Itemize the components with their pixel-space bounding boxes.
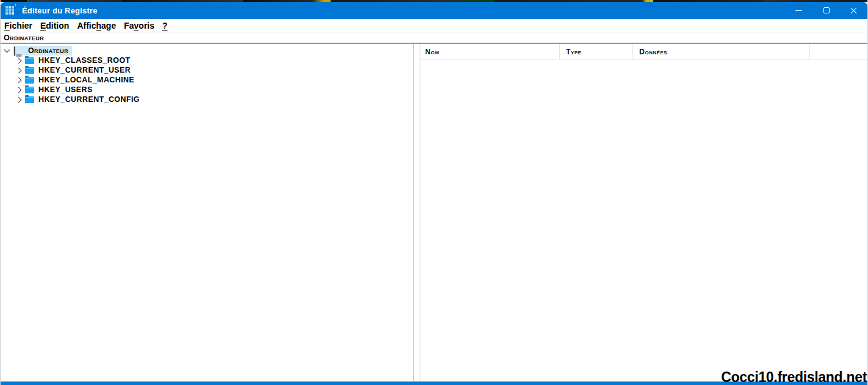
chevron-right-icon[interactable] xyxy=(16,87,23,93)
folder-icon xyxy=(25,57,34,64)
maximize-button[interactable] xyxy=(812,2,840,19)
window-controls xyxy=(785,2,867,19)
close-icon xyxy=(850,7,858,15)
tree-item-label: HKEY_LOCAL_MACHINE xyxy=(37,76,135,84)
title-bar[interactable]: Éditeur du Registre xyxy=(1,2,867,19)
menu-fichier[interactable]: Fichier xyxy=(4,21,33,31)
computer-icon xyxy=(14,47,24,55)
maximize-icon xyxy=(823,7,830,13)
tree-item-hkey-current-config[interactable]: HKEY_CURRENT_CONFIG xyxy=(1,95,413,104)
window-title: Éditeur du Registre xyxy=(22,6,98,15)
menu-bar: Fichier Edition Affichage Favoris ? xyxy=(1,19,867,32)
panel-splitter[interactable] xyxy=(414,44,420,381)
values-list-body[interactable] xyxy=(420,60,867,381)
column-header-donnees[interactable]: Données xyxy=(633,44,809,59)
chevron-right-icon[interactable] xyxy=(16,57,23,63)
main-area: Ordinateur HKEY_CLASSES_ROOT HKEY_CURREN… xyxy=(1,44,867,381)
selected-tree-item[interactable]: Ordinateur xyxy=(13,46,72,56)
list-header: Nom Type Données xyxy=(420,44,867,60)
values-list-panel: Nom Type Données xyxy=(420,44,867,381)
tree-item-label: HKEY_CLASSES_ROOT xyxy=(37,56,132,65)
chevron-right-icon[interactable] xyxy=(16,96,23,103)
minimize-icon xyxy=(795,10,802,11)
tree-item-hkey-classes-root[interactable]: HKEY_CLASSES_ROOT xyxy=(1,56,413,65)
registry-tree-panel: Ordinateur HKEY_CLASSES_ROOT HKEY_CURREN… xyxy=(1,44,414,381)
address-bar[interactable]: Ordinateur xyxy=(1,32,867,44)
tree-item-hkey-local-machine[interactable]: HKEY_LOCAL_MACHINE xyxy=(1,75,413,85)
tree-item-label: HKEY_USERS xyxy=(37,85,94,94)
folder-icon xyxy=(25,96,34,103)
tree-item-hkey-current-user[interactable]: HKEY_CURRENT_USER xyxy=(1,65,413,75)
menu-help[interactable]: ? xyxy=(162,21,168,31)
column-header-empty xyxy=(809,44,867,59)
registry-editor-icon xyxy=(5,6,15,15)
address-bar-value: Ordinateur xyxy=(4,34,44,42)
chevron-right-icon[interactable] xyxy=(16,77,23,83)
close-button[interactable] xyxy=(840,2,867,19)
column-header-nom[interactable]: Nom xyxy=(420,44,559,59)
tree-item-ordinateur[interactable]: Ordinateur xyxy=(1,46,413,56)
minimize-button[interactable] xyxy=(785,2,812,19)
tree-item-label: Ordinateur xyxy=(27,46,70,55)
watermark-text: Cocci10.fredisland.net xyxy=(721,370,867,384)
tree-item-hkey-users[interactable]: HKEY_USERS xyxy=(1,85,413,95)
menu-edition[interactable]: Edition xyxy=(40,21,70,31)
tree-item-label: HKEY_CURRENT_CONFIG xyxy=(37,95,141,104)
menu-favoris[interactable]: Favoris xyxy=(123,21,155,31)
chevron-down-icon[interactable] xyxy=(4,48,10,54)
tree-item-label: HKEY_CURRENT_USER xyxy=(37,66,132,74)
folder-icon xyxy=(25,87,34,93)
chevron-right-icon[interactable] xyxy=(16,67,23,73)
folder-icon xyxy=(25,77,34,84)
column-header-type[interactable]: Type xyxy=(559,44,633,59)
folder-icon xyxy=(25,67,34,74)
menu-affichage[interactable]: Affichage xyxy=(76,21,117,31)
regedit-window: Éditeur du Registre Fichier Edition Affi… xyxy=(0,0,868,385)
